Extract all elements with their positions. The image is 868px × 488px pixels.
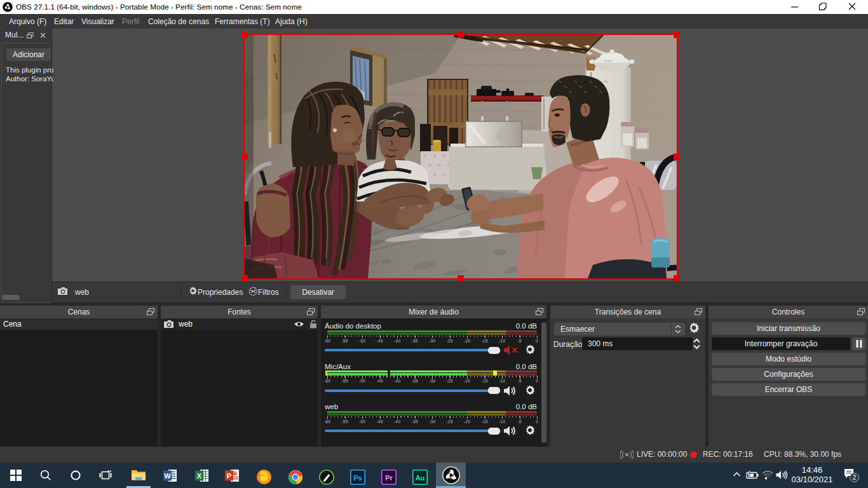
svg-text:W: W	[164, 472, 171, 480]
svg-text:Au: Au	[416, 474, 425, 482]
svg-text:X: X	[197, 472, 202, 480]
svg-text:Ps: Ps	[353, 474, 362, 482]
svg-text:Pr: Pr	[385, 474, 393, 482]
svg-text:P: P	[227, 472, 231, 480]
